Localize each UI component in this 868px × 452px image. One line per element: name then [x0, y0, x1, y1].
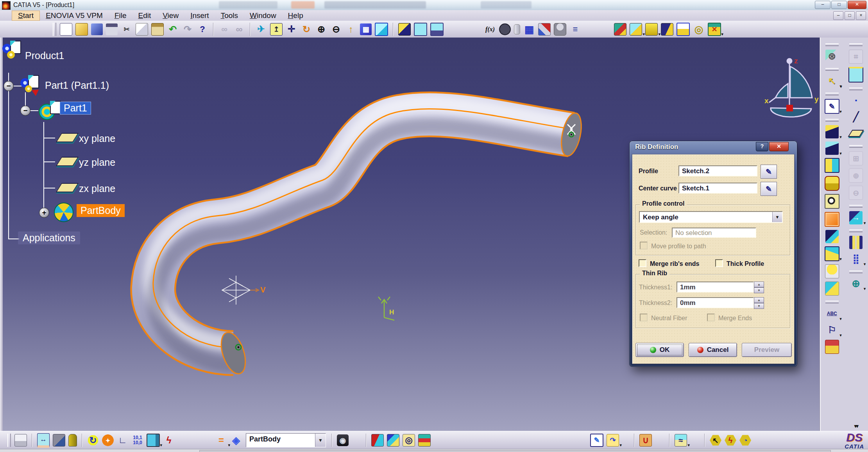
fly-mode-icon[interactable]: ✈: [255, 23, 267, 35]
menu-insert[interactable]: Insert: [184, 11, 215, 20]
constraint-icon[interactable]: [848, 67, 863, 83]
mold-icon[interactable]: ∪: [639, 434, 652, 447]
lock-icon[interactable]: [554, 23, 566, 36]
layered-analysis-icon[interactable]: [418, 434, 431, 447]
slot-icon[interactable]: [825, 230, 839, 243]
profile-input[interactable]: Sketch.2: [678, 165, 757, 176]
toolbar-handle[interactable]: [849, 145, 863, 148]
rect-pattern-icon[interactable]: ⣿▾: [849, 252, 863, 265]
cancel-button[interactable]: Cancel: [689, 343, 737, 357]
formula-icon[interactable]: f(x): [484, 23, 496, 35]
mdi-close-button[interactable]: ×: [856, 11, 866, 20]
print-3d-icon[interactable]: [14, 434, 27, 447]
pan-icon[interactable]: ✛: [286, 23, 297, 35]
body-selector-combo[interactable]: PartBody ▼: [246, 433, 326, 447]
thickness1-input[interactable]: 1mm: [677, 282, 754, 292]
aim-target-icon[interactable]: ◎: [693, 23, 705, 35]
update-icon[interactable]: ↻: [87, 434, 99, 446]
catalog-solid-icon[interactable]: ▾: [645, 23, 658, 36]
quick-view-icon[interactable]: ▦: [360, 23, 372, 35]
selection-input[interactable]: No selection: [672, 228, 756, 238]
measure-inertia-icon[interactable]: [68, 434, 77, 447]
spin-down-icon[interactable]: ▾: [754, 303, 764, 309]
surface-icon[interactable]: ◈: [230, 434, 242, 446]
title-bar[interactable]: CATIA V5 - [Product1] – □ ✕: [0, 0, 868, 11]
menu-edit[interactable]: Edit: [132, 11, 157, 20]
thickness1-spinner[interactable]: ▴▾: [754, 282, 764, 293]
hide-show-icon[interactable]: [414, 23, 427, 36]
line-icon[interactable]: ╱: [849, 110, 863, 124]
stiffener-icon[interactable]: ▾: [825, 246, 839, 261]
surfaces-stack-icon[interactable]: ≈▾: [675, 434, 687, 447]
paste-icon[interactable]: [151, 23, 164, 36]
knowledge-network-icon[interactable]: [538, 23, 551, 36]
scaling-icon[interactable]: ⊕▾: [849, 277, 863, 290]
design-table-icon[interactable]: ▦: [523, 23, 535, 35]
center-curve-sketch-button[interactable]: ✎: [761, 182, 777, 196]
battery-icon[interactable]: [514, 24, 520, 34]
link-manager-icon[interactable]: ∞: [233, 23, 245, 35]
sketcher-icon[interactable]: ✎▾: [825, 99, 839, 114]
translate-icon[interactable]: →▾: [849, 211, 863, 224]
menu-file[interactable]: File: [109, 11, 132, 20]
bounding-box-icon[interactable]: ✕▾: [708, 23, 721, 36]
tree-item-part1[interactable]: Part1: [60, 102, 91, 115]
pad-icon[interactable]: ▾: [825, 125, 839, 138]
toolbar-handle[interactable]: [825, 93, 839, 95]
toolbar-handle[interactable]: [825, 43, 839, 46]
menu-view[interactable]: View: [157, 11, 184, 20]
catalog-browser-book-icon[interactable]: [677, 23, 690, 36]
swap-visible-space-icon[interactable]: [430, 23, 444, 36]
curvature-analysis-icon[interactable]: [387, 434, 399, 447]
chamfer-icon[interactable]: [825, 282, 839, 296]
menu-enovia[interactable]: ENOVIA V5 VPM: [40, 11, 109, 20]
thickness2-input[interactable]: 0mm: [677, 297, 754, 308]
tap-target-icon[interactable]: ◎: [403, 434, 415, 447]
toolbar-handle[interactable]: [7, 434, 11, 447]
remove-boolean-icon[interactable]: ⊖: [849, 186, 863, 200]
toolbar-overflow-chevrons[interactable]: ▾▾: [849, 422, 863, 429]
profile-sketch-button[interactable]: ✎: [761, 165, 777, 179]
plane-icon[interactable]: [849, 127, 863, 140]
rib-icon[interactable]: [825, 212, 839, 227]
manipulation-hand-icon[interactable]: ✦: [102, 434, 114, 446]
tree-collapse-node[interactable]: −: [4, 81, 14, 91]
open-icon[interactable]: [75, 23, 88, 36]
measure-item-icon[interactable]: [53, 434, 65, 447]
update-gear-icon[interactable]: ⊛: [825, 50, 839, 63]
menu-help[interactable]: Help: [282, 11, 309, 20]
text-annotation-icon[interactable]: ABC▾: [825, 307, 839, 320]
assemble-icon[interactable]: ⊞: [849, 151, 863, 165]
profile-control-dropdown[interactable]: Keep angle ▼: [639, 211, 783, 223]
whats-this-icon[interactable]: ?: [197, 23, 208, 35]
knowledge-inspector-icon[interactable]: [499, 23, 511, 35]
normal-view-icon[interactable]: ↑: [345, 23, 357, 35]
powercopy-icon[interactable]: ϟ: [163, 434, 175, 446]
tree-item-xy-plane[interactable]: xy plane: [79, 133, 115, 144]
toolbar-handle[interactable]: [825, 301, 839, 303]
toolbar-handle[interactable]: [825, 68, 839, 71]
thick-profile-checkbox[interactable]: [715, 259, 723, 267]
tree-item-part1-instance[interactable]: Part1 (Part1.1): [45, 80, 109, 91]
instantiate-icon[interactable]: =▾: [215, 434, 227, 446]
dialog-help-button[interactable]: ?: [756, 142, 768, 151]
maximize-button[interactable]: □: [831, 1, 847, 9]
hole-icon[interactable]: [825, 194, 839, 209]
catalog-shape-icon[interactable]: ▾: [630, 23, 642, 36]
axis-system-icon[interactable]: ∟: [117, 434, 129, 446]
catalog-part-icon[interactable]: [614, 23, 626, 36]
view-compass[interactable]: z y x: [757, 50, 820, 122]
fillet-icon[interactable]: [825, 264, 839, 278]
tree-item-zx-plane[interactable]: zx plane: [79, 183, 115, 194]
redo-icon[interactable]: ↷: [182, 23, 193, 35]
toolbar-handle[interactable]: [849, 43, 863, 46]
link-icon[interactable]: ∞: [218, 23, 230, 35]
shaft-icon[interactable]: [825, 158, 839, 173]
tree-item-product1[interactable]: Product1: [25, 50, 64, 61]
groove-icon[interactable]: [825, 176, 839, 191]
mean-dimensions-icon[interactable]: 10,110,0: [132, 434, 143, 446]
tree-item-partbody[interactable]: PartBody: [77, 204, 125, 217]
add-boolean-icon[interactable]: ⊕: [849, 169, 863, 183]
fit-all-in-icon[interactable]: ↥: [270, 23, 283, 36]
menu-window[interactable]: Window: [244, 11, 282, 20]
